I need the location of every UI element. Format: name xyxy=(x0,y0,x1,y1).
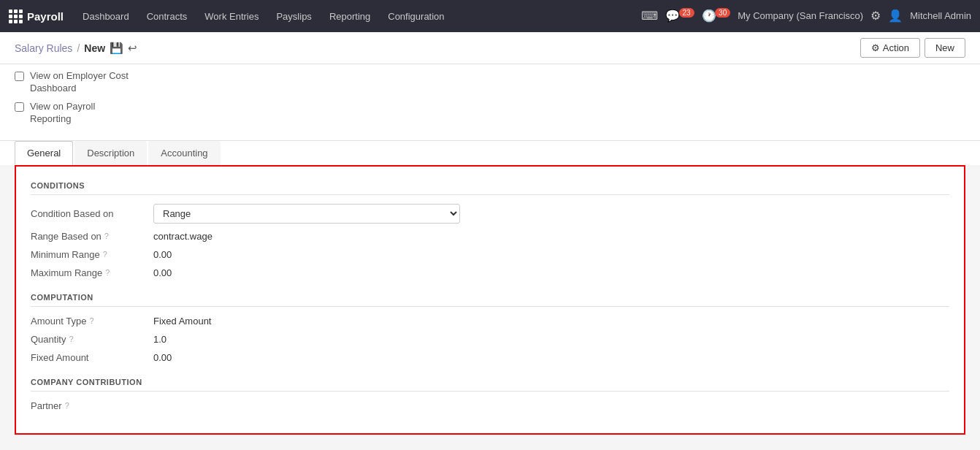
quantity-label: Quantity ? xyxy=(31,334,148,345)
nav-payslips[interactable]: Payslips xyxy=(269,8,318,25)
screen-icon[interactable]: ⌨ xyxy=(641,9,658,23)
condition-based-on-select[interactable]: Range None Python Expression xyxy=(153,204,460,224)
company-contribution-header: COMPANY CONTRIBUTION xyxy=(31,378,949,392)
settings-icon[interactable]: ⚙ xyxy=(870,9,881,23)
maximum-range-value: 0.00 xyxy=(153,267,172,278)
payroll-reporting-row: View on Payroll Reporting xyxy=(15,101,965,126)
employer-cost-checkbox[interactable] xyxy=(15,72,24,81)
user-name: Mitchell Admin xyxy=(910,10,971,21)
nav-dashboard[interactable]: Dashboard xyxy=(75,8,137,25)
maximum-range-help-icon[interactable]: ? xyxy=(105,268,110,277)
conditions-section: CONDITIONS Condition Based on Range None… xyxy=(31,181,949,278)
nav-work-entries[interactable]: Work Entries xyxy=(197,8,266,25)
breadcrumb: Salary Rules / New 💾 ↩ xyxy=(15,42,137,55)
nav-contracts[interactable]: Contracts xyxy=(139,8,195,25)
amount-type-help-icon[interactable]: ? xyxy=(89,316,93,325)
maximum-range-label: Maximum Range ? xyxy=(31,267,148,278)
quantity-help-icon[interactable]: ? xyxy=(69,335,73,343)
computation-section: COMPUTATION Amount Type ? Fixed Amount Q… xyxy=(31,293,949,363)
quantity-value: 1.0 xyxy=(153,334,166,345)
quantity-row: Quantity ? 1.0 xyxy=(31,334,949,345)
grid-icon xyxy=(9,9,23,23)
minimum-range-row: Minimum Range ? 0.00 xyxy=(31,249,949,260)
tab-general[interactable]: General xyxy=(15,141,73,165)
discard-icon[interactable]: ↩ xyxy=(128,42,137,55)
range-based-on-row: Range Based on ? contract.wage xyxy=(31,231,949,242)
tabs-container: General Description Accounting xyxy=(0,141,980,165)
app-brand[interactable]: Payroll xyxy=(9,9,64,23)
nav-reporting[interactable]: Reporting xyxy=(322,8,378,25)
tabs: General Description Accounting xyxy=(15,141,965,165)
breadcrumb-actions: ⚙ Action New xyxy=(860,38,965,58)
topnav-right: ⌨ 💬 23 🕐 30 My Company (San Francisco) ⚙… xyxy=(641,9,971,23)
amount-type-row: Amount Type ? Fixed Amount xyxy=(31,316,949,327)
activities-icon[interactable]: 🕐 30 xyxy=(702,9,731,23)
partner-label: Partner ? xyxy=(31,400,148,411)
gear-icon: ⚙ xyxy=(871,42,880,53)
messages-badge: 23 xyxy=(679,8,694,18)
minimum-range-help-icon[interactable]: ? xyxy=(103,250,107,259)
tab-description[interactable]: Description xyxy=(74,141,147,165)
app-name: Payroll xyxy=(27,10,64,23)
company-contribution-section: COMPANY CONTRIBUTION Partner ? xyxy=(31,378,949,411)
tab-accounting[interactable]: Accounting xyxy=(148,141,220,165)
activities-badge: 30 xyxy=(715,8,730,18)
partner-help-icon[interactable]: ? xyxy=(65,401,69,410)
minimum-range-value: 0.00 xyxy=(153,249,172,260)
fixed-amount-label: Fixed Amount xyxy=(31,352,148,363)
new-button[interactable]: New xyxy=(925,38,965,58)
breadcrumb-separator: / xyxy=(77,42,80,54)
payroll-reporting-label: View on Payroll Reporting xyxy=(30,101,95,126)
computation-header: COMPUTATION xyxy=(31,293,949,307)
range-based-on-help-icon[interactable]: ? xyxy=(104,232,109,240)
partner-row: Partner ? xyxy=(31,400,949,411)
nav-configuration[interactable]: Configuration xyxy=(380,8,451,25)
conditions-header: CONDITIONS xyxy=(31,181,949,195)
employer-cost-label: View on Employer Cost Dashboard xyxy=(30,70,129,95)
minimum-range-label: Minimum Range ? xyxy=(31,249,148,260)
amount-type-value: Fixed Amount xyxy=(153,316,212,327)
payroll-reporting-checkbox[interactable] xyxy=(15,102,24,112)
user-avatar: 👤 xyxy=(888,9,903,23)
employer-cost-row: View on Employer Cost Dashboard xyxy=(15,70,965,95)
general-tab-content: CONDITIONS Condition Based on Range None… xyxy=(15,165,965,435)
fixed-amount-value: 0.00 xyxy=(153,352,172,363)
messages-icon[interactable]: 💬 23 xyxy=(665,9,694,23)
maximum-range-row: Maximum Range ? 0.00 xyxy=(31,267,949,278)
action-button[interactable]: ⚙ Action xyxy=(860,38,920,58)
checkboxes-section: View on Employer Cost Dashboard View on … xyxy=(0,64,980,141)
save-icon[interactable]: 💾 xyxy=(110,42,123,55)
breadcrumb-bar: Salary Rules / New 💾 ↩ ⚙ Action New xyxy=(0,32,980,64)
condition-based-on-row: Condition Based on Range None Python Exp… xyxy=(31,204,949,224)
condition-based-on-label: Condition Based on xyxy=(31,208,148,219)
range-based-on-label: Range Based on ? xyxy=(31,231,148,242)
amount-type-label: Amount Type ? xyxy=(31,316,148,327)
company-name: My Company (San Francisco) xyxy=(738,10,863,21)
range-based-on-value: contract.wage xyxy=(153,231,213,242)
fixed-amount-row: Fixed Amount 0.00 xyxy=(31,352,949,363)
breadcrumb-parent[interactable]: Salary Rules xyxy=(15,42,72,54)
breadcrumb-current: New xyxy=(84,42,105,54)
top-navigation: Payroll Dashboard Contracts Work Entries… xyxy=(0,0,980,32)
